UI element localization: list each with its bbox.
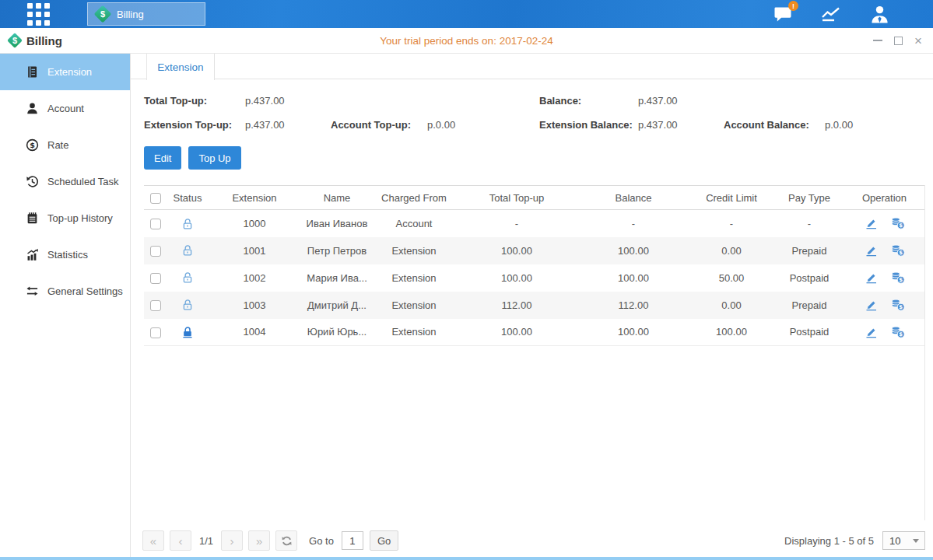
cell-pay-type: Prepaid bbox=[774, 237, 844, 264]
page-size-select[interactable]: 10 bbox=[882, 531, 925, 550]
top-up-row-icon[interactable]: $ bbox=[891, 217, 905, 229]
row-checkbox[interactable] bbox=[150, 219, 161, 229]
top-up-button[interactable]: Top Up bbox=[188, 146, 240, 170]
edit-button[interactable]: Edit bbox=[144, 146, 181, 170]
last-page-button[interactable]: » bbox=[248, 530, 270, 551]
refresh-icon bbox=[281, 535, 293, 547]
balance-summary: Total Top-up: p.437.00 Balance: p.437.00… bbox=[144, 90, 925, 138]
edit-row-icon[interactable] bbox=[865, 244, 879, 257]
row-checkbox[interactable] bbox=[150, 327, 161, 338]
svg-text:$: $ bbox=[899, 277, 903, 283]
billing-window-icon: $ bbox=[8, 33, 22, 47]
window-titlebar: Your trial period ends on: 2017-02-24 $ … bbox=[0, 28, 933, 54]
summary-value: p.0.00 bbox=[825, 119, 853, 131]
coin-stack-icon: $ bbox=[891, 217, 905, 229]
sidebar-item-account[interactable]: Account bbox=[0, 90, 130, 127]
caret-down-icon bbox=[913, 539, 919, 543]
lock-open-icon bbox=[181, 244, 194, 257]
column-header-name: Name bbox=[301, 186, 373, 210]
cell-name: Юрий Юрь... bbox=[301, 319, 373, 346]
sidebar-item-label: Top-up History bbox=[47, 212, 113, 224]
top-up-row-icon[interactable]: $ bbox=[891, 271, 905, 284]
ledger-icon bbox=[26, 65, 39, 79]
cell-charged-from: Account bbox=[373, 210, 455, 237]
app-launcher-icon[interactable] bbox=[27, 3, 50, 26]
sidebar-item-scheduled-task[interactable]: Scheduled Task bbox=[0, 163, 130, 200]
next-page-button[interactable]: › bbox=[221, 530, 243, 551]
user-account-icon[interactable] bbox=[869, 4, 889, 24]
table-header-row: Status Extension Name Charged From Total… bbox=[144, 186, 924, 210]
row-checkbox[interactable] bbox=[150, 246, 161, 257]
summary-value: p.0.00 bbox=[427, 119, 455, 131]
cell-credit-limit: - bbox=[689, 210, 774, 237]
resource-monitor-icon[interactable] bbox=[821, 4, 841, 24]
bar-chart-icon bbox=[26, 248, 39, 261]
sidebar: Extension Account $ Rate Scheduled Task bbox=[0, 54, 131, 559]
cell-extension: 1002 bbox=[208, 264, 301, 292]
select-all-checkbox[interactable] bbox=[150, 193, 161, 204]
edit-row-icon[interactable] bbox=[865, 326, 879, 338]
sidebar-item-label: Statistics bbox=[47, 249, 88, 261]
pencil-icon bbox=[865, 299, 879, 311]
row-checkbox[interactable] bbox=[150, 300, 161, 311]
status-lock-icon bbox=[181, 218, 194, 230]
table-row: 1002Мария Ива...Extension100.00100.0050.… bbox=[144, 264, 924, 292]
history-clock-icon bbox=[26, 175, 39, 188]
sidebar-item-statistics[interactable]: Statistics bbox=[0, 236, 130, 273]
pencil-icon bbox=[865, 217, 879, 229]
cell-charged-from: Extension bbox=[373, 264, 455, 292]
taskbar-tab-label: Billing bbox=[117, 9, 144, 20]
taskbar-billing-tab[interactable]: $ Billing bbox=[87, 2, 205, 26]
column-header-pay-type: Pay Type bbox=[774, 186, 844, 210]
trial-notice: Your trial period ends on: 2017-02-24 bbox=[0, 35, 933, 47]
coin-stack-icon: $ bbox=[891, 244, 905, 257]
pencil-icon bbox=[865, 271, 879, 284]
row-checkbox[interactable] bbox=[150, 273, 161, 284]
top-up-row-icon[interactable]: $ bbox=[891, 326, 905, 338]
summary-label: Account Top-up: bbox=[331, 119, 411, 131]
notepad-icon bbox=[26, 212, 39, 225]
page-number-input[interactable] bbox=[342, 531, 363, 550]
table-row: 1001Петр ПетровExtension100.00100.000.00… bbox=[144, 237, 924, 264]
summary-label: Extension Top-up: bbox=[144, 119, 232, 131]
first-page-button[interactable]: « bbox=[142, 530, 164, 551]
notifications-icon[interactable]: ! bbox=[773, 4, 793, 24]
top-up-row-icon[interactable]: $ bbox=[891, 244, 905, 257]
edit-row-icon[interactable] bbox=[865, 217, 879, 229]
cell-balance: 100.00 bbox=[578, 237, 689, 264]
table-row: 1004Юрий Юрь...Extension100.00100.00100.… bbox=[144, 319, 924, 346]
sidebar-item-topup-history[interactable]: Top-up History bbox=[0, 200, 130, 236]
maximize-icon[interactable] bbox=[894, 37, 903, 45]
top-navbar: $ Billing ! bbox=[0, 0, 933, 28]
cell-charged-from: Extension bbox=[373, 319, 455, 346]
cell-pay-type: Prepaid bbox=[774, 292, 844, 319]
close-icon[interactable]: × bbox=[914, 34, 922, 47]
refresh-button[interactable] bbox=[275, 530, 297, 551]
sidebar-item-extension[interactable]: Extension bbox=[0, 54, 130, 90]
table-row: 1000Иван ИвановAccount---- $ bbox=[144, 210, 924, 237]
pagination-bar: « ‹ 1/1 › » Go to Go bbox=[142, 530, 925, 551]
cell-extension: 1004 bbox=[208, 319, 301, 346]
cell-balance: 112.00 bbox=[578, 292, 689, 319]
edit-row-icon[interactable] bbox=[865, 271, 879, 284]
sidebar-item-general-settings[interactable]: General Settings bbox=[0, 273, 130, 310]
top-up-row-icon[interactable]: $ bbox=[891, 299, 905, 311]
coin-stack-icon: $ bbox=[891, 326, 905, 338]
summary-row-1: Total Top-up: p.437.00 Balance: p.437.00 bbox=[144, 90, 925, 114]
sidebar-item-label: Rate bbox=[47, 139, 68, 151]
go-button[interactable]: Go bbox=[370, 530, 398, 551]
sidebar-item-rate[interactable]: $ Rate bbox=[0, 127, 130, 163]
cell-total-top-up: 100.00 bbox=[455, 237, 578, 264]
main-content: Extension Total Top-up: p.437.00 Balance… bbox=[131, 54, 933, 559]
edit-row-icon[interactable] bbox=[865, 299, 879, 311]
line-chart-icon bbox=[821, 5, 841, 23]
cell-name: Мария Ива... bbox=[301, 264, 373, 292]
tab-extension[interactable]: Extension bbox=[146, 54, 215, 80]
coin-stack-icon: $ bbox=[891, 299, 905, 311]
cell-charged-from: Extension bbox=[373, 237, 455, 264]
navbar-icons: ! bbox=[773, 0, 889, 28]
cell-total-top-up: 100.00 bbox=[455, 264, 578, 292]
cell-balance: 100.00 bbox=[578, 264, 689, 292]
minimize-icon[interactable] bbox=[873, 40, 882, 41]
prev-page-button[interactable]: ‹ bbox=[170, 530, 191, 551]
